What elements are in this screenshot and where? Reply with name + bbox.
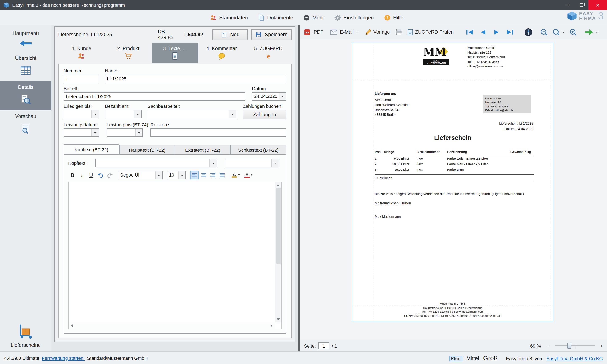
pdf-export-button[interactable]: PDF .PDF bbox=[304, 29, 323, 35]
sachbearbeiter-combo[interactable] bbox=[147, 110, 237, 118]
texttab-schlusstext[interactable]: Schlusstext (BT-22) bbox=[231, 145, 286, 154]
font-color-button[interactable]: A bbox=[242, 171, 254, 180]
nummer-input[interactable] bbox=[64, 75, 99, 83]
leistungsdatum-combo[interactable] bbox=[64, 129, 99, 137]
chevron-down-icon[interactable] bbox=[155, 171, 162, 179]
zahlungen-label: Zahlungen buchen: bbox=[243, 104, 286, 109]
zugferd-check-button[interactable]: ZUGFeRD Prüfen bbox=[408, 29, 454, 35]
tab-zugferd[interactable]: 5. ZUGFeRD e bbox=[245, 42, 292, 63]
module-lieferscheine[interactable]: Lieferscheine bbox=[0, 323, 52, 351]
texttab-extratext[interactable]: Extratext (BT-22) bbox=[175, 145, 231, 154]
remote-support-link[interactable]: Fernwartung starten. bbox=[42, 355, 84, 360]
first-page-icon[interactable] bbox=[464, 29, 475, 35]
pdf-icon: PDF bbox=[304, 29, 310, 35]
tab-kommentar[interactable]: 4. Kommentar bbox=[198, 42, 245, 63]
name-input[interactable] bbox=[105, 75, 286, 83]
align-justify-button[interactable] bbox=[218, 171, 226, 180]
align-center-button[interactable] bbox=[199, 171, 208, 180]
undo-icon[interactable] bbox=[96, 171, 105, 180]
bezahlt-combo[interactable] bbox=[105, 110, 142, 118]
chevron-down-icon[interactable] bbox=[210, 159, 217, 167]
next-page-icon[interactable] bbox=[491, 29, 501, 35]
print-button[interactable] bbox=[395, 29, 403, 35]
maximize-button[interactable] bbox=[574, 0, 588, 10]
leistung-bis-combo[interactable] bbox=[107, 129, 143, 137]
zoom-plus-button[interactable]: + bbox=[600, 343, 603, 348]
last-page-icon[interactable] bbox=[505, 29, 515, 35]
close-button[interactable]: × bbox=[588, 0, 607, 10]
size-option-gross[interactable]: Groß bbox=[483, 354, 498, 362]
scroll-up-icon[interactable] bbox=[277, 182, 280, 188]
export-button[interactable] bbox=[585, 29, 598, 35]
tab-texte[interactable]: 3. Texte, ... bbox=[152, 42, 198, 63]
scrollbar-thumb[interactable] bbox=[276, 188, 280, 264]
chevron-down-icon[interactable] bbox=[596, 32, 598, 34]
chevron-down-icon[interactable] bbox=[562, 32, 565, 34]
sidebar-item-hauptmenu[interactable]: Hauptmenü bbox=[0, 27, 52, 52]
save-button[interactable]: Speichern bbox=[251, 29, 292, 40]
zoom-slider[interactable] bbox=[554, 345, 595, 346]
scroll-down-icon[interactable] bbox=[277, 316, 280, 322]
chevron-down-icon[interactable] bbox=[356, 32, 358, 34]
scroll-right-icon[interactable] bbox=[269, 323, 274, 328]
tab-produkt[interactable]: 2. Produkt bbox=[105, 42, 152, 63]
signature-line: Max Mustermann bbox=[375, 215, 401, 219]
zoom-out-icon[interactable] bbox=[540, 28, 548, 36]
zahlungen-button[interactable]: Zahlungen bbox=[243, 110, 286, 119]
document-title: Lieferschein bbox=[352, 134, 553, 141]
bold-button[interactable]: B bbox=[68, 171, 77, 180]
datum-combo[interactable]: 24.04.2025 bbox=[252, 92, 286, 101]
referenz-input[interactable] bbox=[150, 129, 286, 137]
menu-dokumente[interactable]: Dokumente bbox=[258, 14, 293, 21]
kopftext-variable-combo[interactable] bbox=[225, 159, 279, 167]
texttab-kopftext[interactable]: Kopftext (BT-22) bbox=[64, 144, 119, 154]
vorlage-button[interactable]: Vorlage bbox=[365, 29, 390, 35]
font-size-combo[interactable]: 10 bbox=[167, 171, 186, 180]
minimize-button[interactable] bbox=[560, 0, 574, 10]
kopftext-editor[interactable] bbox=[68, 182, 282, 329]
kopftext-template-combo[interactable] bbox=[95, 159, 217, 167]
zoom-in-icon[interactable] bbox=[569, 28, 577, 36]
zoom-slider-thumb[interactable] bbox=[567, 342, 571, 349]
chevron-down-icon[interactable] bbox=[229, 110, 236, 118]
zoom-select-button[interactable] bbox=[552, 28, 565, 36]
menu-hilfe[interactable]: ? Hilfe bbox=[384, 14, 403, 21]
menu-mehr[interactable]: Mehr bbox=[303, 14, 324, 21]
vertical-scrollbar[interactable] bbox=[275, 182, 281, 322]
font-family-combo[interactable]: Segoe UI bbox=[118, 171, 163, 180]
page-number-input[interactable] bbox=[318, 342, 329, 349]
brand-link[interactable]: EasyFirma GmbH & Co KG bbox=[546, 356, 603, 361]
previous-page-icon[interactable] bbox=[478, 29, 488, 35]
erledigen-combo[interactable] bbox=[64, 110, 99, 118]
chevron-down-icon[interactable] bbox=[271, 159, 279, 167]
zoom-minus-button[interactable]: − bbox=[547, 343, 549, 348]
texttab-haupttext[interactable]: Haupttext (BT-22) bbox=[119, 145, 175, 154]
menu-einstellungen[interactable]: Einstellungen bbox=[334, 14, 374, 21]
redo-icon[interactable] bbox=[106, 171, 114, 180]
align-left-button[interactable] bbox=[190, 171, 198, 180]
underline-button[interactable]: U bbox=[87, 171, 95, 180]
size-option-klein[interactable]: Klein bbox=[449, 356, 462, 362]
sidebar-item-details[interactable]: Details bbox=[0, 81, 52, 110]
page-title: Lieferscheine: Li-1/2025 bbox=[58, 32, 155, 38]
menu-stammdaten[interactable]: Stammdaten bbox=[210, 14, 248, 21]
chevron-down-icon[interactable] bbox=[279, 93, 286, 100]
chevron-down-icon[interactable] bbox=[135, 129, 143, 136]
new-button[interactable]: Neu bbox=[212, 29, 248, 40]
email-button[interactable]: E-Mail bbox=[330, 29, 358, 35]
chevron-down-icon[interactable] bbox=[92, 110, 99, 118]
chevron-down-icon[interactable] bbox=[178, 171, 185, 179]
highlight-color-button[interactable]: ab bbox=[230, 171, 241, 180]
horizontal-scrollbar[interactable] bbox=[69, 322, 275, 329]
align-right-button[interactable] bbox=[209, 171, 217, 180]
betreff-input[interactable] bbox=[64, 92, 245, 101]
chevron-down-icon[interactable] bbox=[134, 110, 141, 118]
tab-kunde[interactable]: 1. Kunde bbox=[58, 42, 105, 63]
scroll-left-icon[interactable] bbox=[69, 323, 74, 328]
chevron-down-icon[interactable] bbox=[92, 129, 99, 136]
size-option-mittel[interactable]: Mittel bbox=[466, 356, 479, 362]
performance-icon[interactable] bbox=[524, 28, 532, 36]
italic-button[interactable]: I bbox=[78, 171, 86, 180]
sidebar-item-uebersicht[interactable]: Übersicht bbox=[0, 52, 52, 81]
sidebar-item-vorschau[interactable]: Vorschau bbox=[0, 110, 52, 139]
